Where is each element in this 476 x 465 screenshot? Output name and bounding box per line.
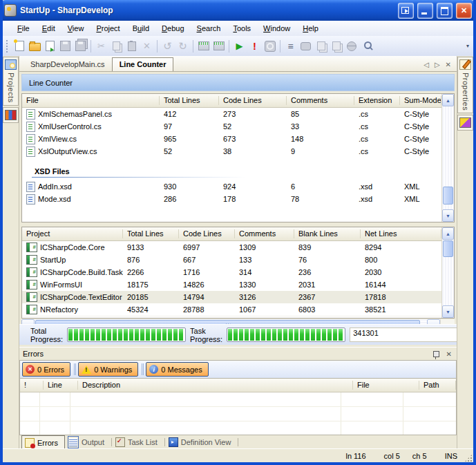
table-row[interactable]: AddIn.xsd 930 924 6 .xsd XML — [22, 180, 441, 193]
delete-icon[interactable]: ✕ — [140, 39, 154, 53]
table-row-selected[interactable]: ICSharpCode.TextEditor 20185 14794 3126 … — [22, 291, 441, 303]
sidebar-tab-toolbox[interactable] — [457, 115, 473, 131]
col-header-comments[interactable]: Comments — [287, 94, 354, 107]
table-row[interactable]: XmlView.cs 965 673 148 .cs C-Style — [22, 133, 441, 145]
col-header-code-lines[interactable]: Code Lines — [179, 227, 235, 240]
tab-scroll-right-icon[interactable]: ▷ — [435, 61, 440, 68]
col-header-net-lines[interactable]: Net Lines — [361, 227, 441, 240]
minimize-button[interactable] — [417, 3, 433, 19]
messages-filter-button[interactable]: i0 Messages — [146, 362, 208, 377]
menu-tools[interactable]: Tools — [227, 22, 257, 35]
pad-tab-definition-view[interactable]: Definition View — [166, 435, 238, 449]
tab-scroll-left-icon[interactable]: ◁ — [423, 61, 429, 68]
paste-icon[interactable] — [124, 39, 139, 53]
table-row[interactable]: XmlUserControl.cs 97 52 33 .cs C-Style — [22, 120, 441, 133]
table-row[interactable]: WinFormsUI 18175 14826 1330 2031 16144 — [22, 278, 441, 291]
table-row[interactable]: NRefactory 45324 28788 1067 6803 38521 — [22, 303, 441, 316]
sidebar-tab-projects[interactable]: Projects — [3, 57, 19, 106]
projects-table-scrollbar[interactable]: ▲ ▼ — [441, 227, 454, 318]
scroll-up-icon[interactable]: ▲ — [442, 94, 454, 106]
next-bookmark-icon[interactable] — [329, 39, 343, 53]
menu-search[interactable]: Search — [191, 22, 227, 35]
scroll-down-icon[interactable]: ▼ — [442, 305, 454, 318]
scroll-left-icon[interactable]: ◄ — [21, 319, 35, 324]
pad-tab-output[interactable]: Output — [65, 435, 111, 449]
pad-tab-errors[interactable]: Errors — [21, 435, 65, 449]
run-icon[interactable]: ▶ — [232, 39, 247, 53]
scroll-up-icon[interactable]: ▲ — [442, 227, 454, 240]
col-header-extension[interactable]: Extension — [354, 94, 400, 107]
save-icon[interactable] — [58, 39, 73, 53]
scrollbar-thumb[interactable] — [443, 187, 453, 205]
menu-debug[interactable]: Debug — [155, 22, 190, 35]
abort-build-icon[interactable]: ! — [247, 39, 262, 53]
menu-project[interactable]: Project — [90, 22, 126, 35]
resize-grip[interactable] — [464, 454, 473, 462]
col-header-code-lines[interactable]: Code Lines — [219, 94, 287, 107]
col-header-severity[interactable]: ! — [20, 379, 44, 392]
col-header-file[interactable]: File — [353, 379, 419, 392]
tab-line-counter[interactable]: Line Counter — [112, 57, 174, 71]
table-row[interactable]: ICSharpCode.Core 9133 6997 1309 839 8294 — [22, 241, 441, 254]
table-row[interactable]: StartUp 876 667 133 76 800 — [22, 254, 441, 266]
close-button[interactable]: ✕ — [456, 3, 472, 19]
rebuild-icon[interactable] — [211, 39, 226, 53]
cut-icon[interactable]: ✂ — [94, 39, 108, 53]
find-icon[interactable] — [359, 39, 374, 53]
browser-icon[interactable] — [344, 39, 359, 53]
maximize-button[interactable] — [437, 3, 453, 19]
cs-file-icon — [26, 109, 35, 120]
col-header-total-lines[interactable]: Total Lines — [123, 227, 179, 240]
col-header-file[interactable]: File — [22, 94, 160, 107]
toolbar-grip[interactable] — [6, 40, 10, 53]
sidebar-tab-tools[interactable] — [3, 107, 19, 123]
prev-bookmark-icon[interactable] — [314, 39, 328, 53]
tab-close-icon[interactable]: ✕ — [446, 61, 451, 68]
horizontal-scrollbar[interactable]: ◄ ► — [21, 319, 455, 324]
save-all-icon[interactable] — [73, 39, 88, 53]
menu-edit[interactable]: Edit — [36, 22, 61, 35]
pin-icon[interactable] — [433, 351, 439, 357]
build-icon[interactable] — [196, 39, 211, 53]
col-header-sum-mode[interactable]: Sum-Mode — [400, 94, 441, 107]
col-header-blank-lines[interactable]: Blank Lines — [294, 227, 361, 240]
toolbar-overflow-icon[interactable]: ▾ — [464, 44, 472, 48]
panel-close-icon[interactable]: ✕ — [445, 350, 453, 358]
tab-sharpdevelopmain[interactable]: SharpDevelopMain.cs — [23, 58, 112, 71]
pad-tab-task-list[interactable]: Task List — [113, 435, 164, 449]
table-row[interactable]: XmlSchemasPanel.cs 412 273 85 .cs C-Styl… — [22, 108, 441, 120]
scroll-down-icon[interactable]: ▼ — [442, 209, 454, 222]
redo-icon[interactable]: ↻ — [175, 39, 190, 53]
warnings-filter-button[interactable]: 0 Warnings — [78, 362, 138, 377]
table-row[interactable]: Mode.xsd 286 178 78 .xsd XML — [22, 193, 441, 205]
profiler-icon[interactable] — [263, 39, 277, 53]
col-header-comments[interactable]: Comments — [235, 227, 294, 240]
col-header-project[interactable]: Project — [22, 227, 123, 240]
open-folder-icon[interactable] — [28, 39, 42, 53]
sidebar-tab-properties[interactable]: Properties — [457, 57, 473, 113]
new-file-icon[interactable] — [12, 39, 27, 53]
errors-tab-icon — [25, 438, 35, 448]
undo-icon[interactable]: ↺ — [160, 39, 175, 53]
table-row[interactable]: ICSharpCode.Build.Tasks 2266 1716 314 23… — [22, 266, 441, 278]
menu-file[interactable]: File — [11, 22, 36, 35]
col-header-line[interactable]: Line — [44, 379, 78, 392]
table-row[interactable]: XslOutputView.cs 52 38 9 .cs C-Style — [22, 145, 441, 158]
col-header-description[interactable]: Description — [78, 379, 353, 392]
copy-icon[interactable] — [109, 39, 124, 53]
scroll-right-icon[interactable]: ► — [427, 319, 440, 324]
menu-help[interactable]: Help — [296, 22, 325, 35]
bookmarks-icon[interactable]: ≡ — [283, 39, 298, 53]
col-header-total-lines[interactable]: Total Lines — [160, 94, 219, 107]
menu-build[interactable]: Build — [126, 22, 155, 35]
menu-window[interactable]: Window — [257, 22, 296, 35]
fullscreen-button[interactable] — [398, 3, 414, 19]
errors-filter-button[interactable]: ✕0 Errors — [22, 362, 70, 377]
toggle-comment-icon[interactable] — [298, 39, 313, 53]
scrollbar-thumb[interactable] — [35, 320, 420, 324]
files-table-scrollbar[interactable]: ▲ ▼ — [441, 94, 454, 222]
scrollbar-thumb[interactable] — [443, 240, 453, 257]
open-file-icon[interactable] — [43, 39, 57, 53]
col-header-path[interactable]: Path — [419, 379, 456, 392]
menu-view[interactable]: View — [61, 22, 91, 35]
